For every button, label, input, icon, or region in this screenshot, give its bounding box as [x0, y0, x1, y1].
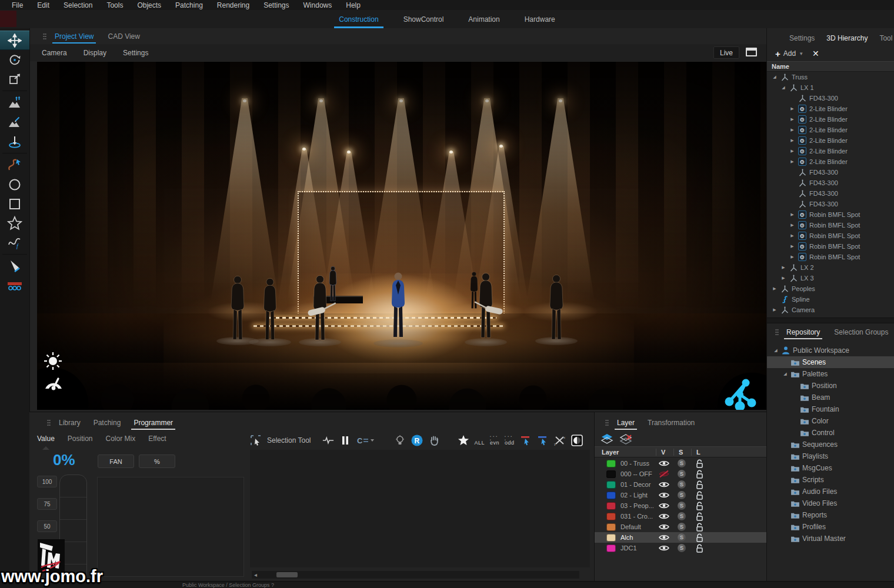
prev-cursor-icon[interactable] [537, 435, 549, 446]
fader-mark-button[interactable]: 50 [37, 520, 57, 532]
hierarchy-item[interactable]: ⚙ FD43-300 [767, 167, 894, 178]
hierarchy-item[interactable]: ⚙ 2-Lite Blinder [767, 135, 894, 146]
lock-toggle[interactable] [696, 480, 704, 489]
hierarchy-item[interactable]: ⚙ 2-Lite Blinder [767, 114, 894, 125]
menu-item[interactable]: Selection [56, 1, 99, 9]
circle-tool[interactable] [0, 175, 29, 194]
beam-cone-tool[interactable] [0, 256, 29, 276]
select-all-button[interactable]: ALL [475, 436, 485, 446]
viewport-menu-item[interactable]: Settings [123, 49, 148, 57]
workspace-tab[interactable]: Animation [467, 13, 501, 26]
viewport-menu-item[interactable]: Camera [42, 49, 67, 57]
render-mode-icon[interactable]: R [411, 435, 423, 446]
hierarchy-item[interactable]: ⚙ Robin BMFL Spot [767, 230, 894, 241]
panel-grip[interactable] [43, 33, 46, 40]
waveform-icon[interactable] [322, 435, 334, 446]
detach-window-icon[interactable] [746, 48, 757, 56]
expand-arrow-icon[interactable] [789, 138, 795, 143]
hierarchy-item[interactable]: ⚙ Robin BMFL Spot [767, 209, 894, 220]
expand-arrow-icon[interactable] [780, 85, 786, 90]
repository-item[interactable]: Virtual Master [767, 533, 894, 544]
panel-divider[interactable] [767, 318, 894, 323]
repository-item[interactable]: Scenes [767, 356, 894, 368]
layer-row[interactable]: 000 -- OFF S [595, 469, 767, 479]
terrain-paint-tool[interactable] [0, 112, 29, 132]
grab-hand-icon[interactable] [428, 435, 440, 446]
layer-color-swatch[interactable] [606, 470, 616, 478]
programmer-subtab[interactable]: Effect [148, 435, 166, 443]
visibility-toggle[interactable] [659, 544, 669, 552]
hierarchy-item[interactable]: ⚙ 2-Lite Blinder [767, 146, 894, 156]
solo-badge[interactable]: S [678, 502, 686, 510]
lock-toggle[interactable] [696, 491, 704, 500]
repository-item[interactable]: Palettes [767, 368, 894, 380]
visibility-toggle[interactable] [659, 512, 669, 520]
programmer-tab[interactable]: Patching [91, 417, 124, 429]
rectangle-tool[interactable] [0, 194, 29, 213]
visibility-toggle[interactable] [659, 502, 669, 510]
expand-arrow-icon[interactable] [789, 117, 795, 122]
visibility-toggle[interactable] [659, 470, 669, 478]
horizontal-scrollbar[interactable]: ◂ [252, 571, 579, 579]
menu-item[interactable]: File [5, 1, 30, 9]
layer-row[interactable]: 00 - Truss S [595, 458, 767, 469]
rotate-tool[interactable] [0, 50, 29, 69]
layer-row[interactable]: JDC1 S [595, 543, 767, 553]
workspace-tab[interactable]: Hardware [523, 13, 556, 26]
spline-draw-tool[interactable] [0, 155, 29, 175]
lock-toggle[interactable] [696, 523, 704, 532]
programmer-subtab[interactable]: Value [37, 435, 55, 443]
layer-panel-tab[interactable]: Transformation [645, 417, 697, 429]
expand-arrow-icon[interactable] [782, 372, 788, 376]
percent-button[interactable]: % [139, 455, 175, 468]
repository-item[interactable]: Video Files [767, 497, 894, 509]
selection-tool-icon[interactable] [250, 435, 262, 446]
next-cursor-icon[interactable] [520, 435, 532, 446]
menu-item[interactable]: Edit [30, 1, 56, 9]
lock-toggle[interactable] [696, 544, 704, 553]
solo-badge[interactable]: S [678, 533, 686, 542]
curve-function-tool[interactable]: f [0, 233, 29, 252]
highlight-bulb-icon[interactable] [394, 435, 406, 446]
clear-selection-dropdown[interactable]: C [356, 435, 376, 446]
repository-item[interactable]: Reports [767, 509, 894, 521]
menu-item[interactable]: Patching [168, 1, 210, 9]
move-tool[interactable] [0, 31, 29, 50]
programmer-tab[interactable]: Programmer [131, 417, 175, 429]
expand-arrow-icon[interactable] [789, 149, 795, 153]
chevron-down-icon[interactable]: ▼ [799, 51, 803, 56]
repository-item[interactable]: Scripts [767, 474, 894, 486]
lock-toggle[interactable] [696, 470, 704, 479]
hierarchy-item[interactable]: ⚙ LX 1 [767, 82, 894, 93]
favorites-star-icon[interactable] [458, 435, 469, 446]
xy-axis-lock-icon[interactable]: xy [554, 435, 566, 446]
hierarchy-item[interactable]: ⚙ FD43-300 [767, 93, 894, 103]
sun-brightness-icon[interactable] [43, 351, 63, 371]
expand-arrow-icon[interactable] [773, 348, 779, 353]
panel-grip[interactable] [47, 419, 51, 426]
hierarchy-item[interactable]: ⚙ Camera [767, 305, 894, 315]
solo-badge[interactable]: S [678, 470, 686, 478]
layer-row[interactable]: 01 - Decor S [595, 479, 767, 490]
repository-item[interactable]: Control [767, 427, 894, 439]
repository-item[interactable]: Playlists [767, 450, 894, 462]
solo-badge[interactable]: S [678, 459, 686, 467]
select-odd-button[interactable]: odd [505, 436, 515, 446]
right-panel-tab[interactable]: Tool [877, 32, 894, 44]
hierarchy-item[interactable]: ⚙ FD43-300 [767, 178, 894, 188]
expand-arrow-icon[interactable] [789, 255, 795, 259]
hierarchy-item[interactable]: ⚙ Peoples [767, 283, 894, 294]
add-object-button[interactable]: Add [783, 49, 796, 58]
solo-badge[interactable]: S [678, 480, 686, 489]
visibility-toggle[interactable] [659, 480, 669, 489]
fader-mark-button[interactable]: 100 [37, 476, 57, 487]
expand-arrow-icon[interactable] [789, 223, 795, 228]
viewport-menu-item[interactable]: Display [84, 49, 106, 57]
layer-row[interactable]: Alch S [595, 532, 767, 543]
expand-arrow-icon[interactable] [780, 276, 786, 280]
contrast-display-icon[interactable] [571, 435, 583, 446]
layer-color-swatch[interactable] [606, 544, 616, 552]
layer-row[interactable]: 031 - Cro... S [595, 511, 767, 522]
repository-tab[interactable]: Repository [784, 326, 822, 338]
view-tab[interactable]: Project View [52, 31, 96, 42]
